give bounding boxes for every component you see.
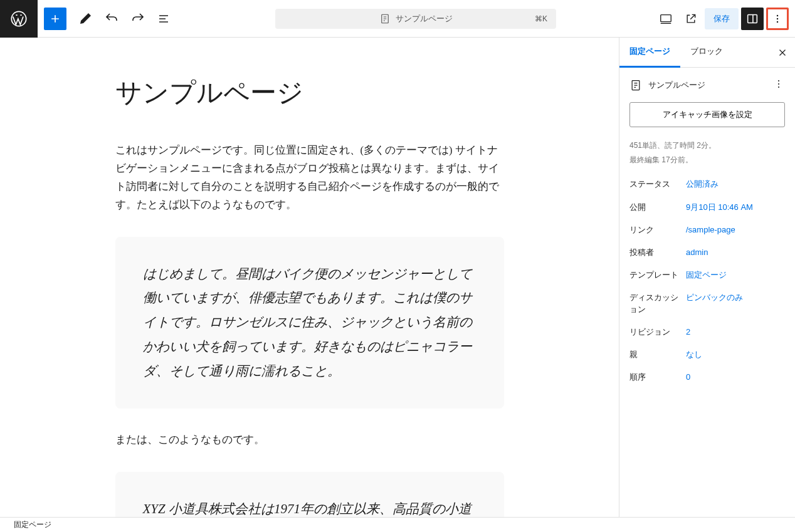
list-icon xyxy=(157,11,172,26)
word-count-text: 451単語、読了時間 2分。 xyxy=(629,140,785,152)
more-vertical-icon xyxy=(772,78,785,90)
tab-block[interactable]: ブロック xyxy=(680,38,733,68)
redo-icon xyxy=(130,11,145,26)
tab-page[interactable]: 固定ページ xyxy=(619,38,680,68)
page-icon xyxy=(379,13,391,24)
document-title: サンプルページ xyxy=(396,13,453,24)
editor-canvas[interactable]: サンプルページ これはサンプルページです。同じ位置に固定され、(多くのテーマでは… xyxy=(0,38,619,517)
external-link-button[interactable] xyxy=(680,8,702,30)
svg-point-6 xyxy=(777,21,779,23)
more-vertical-icon xyxy=(771,13,784,25)
undo-button[interactable] xyxy=(100,8,123,30)
editor-footer: 固定ページ xyxy=(0,517,795,532)
setting-parent: 親なし xyxy=(629,349,785,360)
breadcrumb[interactable]: 固定ページ xyxy=(14,519,51,530)
wordpress-icon xyxy=(10,10,28,28)
page-actions-button[interactable] xyxy=(772,78,785,92)
paragraph-block[interactable]: または、このようなものです。 xyxy=(115,431,504,449)
external-link-icon xyxy=(685,13,697,25)
svg-point-5 xyxy=(777,18,779,19)
plus-icon xyxy=(49,13,61,25)
setting-template: テンプレート固定ページ xyxy=(629,269,785,281)
quote-block[interactable]: XYZ 小道具株式会社は1971年の創立以来、高品質の小道具を皆様にご提供させて… xyxy=(115,472,504,517)
desktop-icon xyxy=(659,12,673,26)
svg-point-4 xyxy=(777,14,779,16)
paragraph-block[interactable]: これはサンプルページです。同じ位置に固定され、(多くのテーマでは) サイトナビゲ… xyxy=(115,142,504,214)
document-title-bar[interactable]: サンプルページ ⌘K xyxy=(275,9,556,29)
svg-point-8 xyxy=(778,80,779,81)
close-sidebar-button[interactable] xyxy=(775,45,790,60)
quote-block[interactable]: はじめまして。昼間はバイク便のメッセンジャーとして働いていますが、俳優志望でもあ… xyxy=(115,237,504,409)
setting-revisions: リビジョン2 xyxy=(629,326,785,338)
setting-order: 順序0 xyxy=(629,372,785,383)
setting-status: ステータス公開済み xyxy=(629,179,785,190)
svg-point-9 xyxy=(778,83,779,85)
page-title[interactable]: サンプルページ xyxy=(115,75,504,110)
close-icon xyxy=(777,47,788,58)
set-featured-image-button[interactable]: アイキャッチ画像を設定 xyxy=(629,102,785,127)
page-settings-list: ステータス公開済み 公開9月10日 10:46 AM リンク/sample-pa… xyxy=(629,179,785,383)
add-block-button[interactable] xyxy=(44,8,66,30)
tools-button[interactable] xyxy=(74,8,97,30)
view-button[interactable] xyxy=(655,8,677,30)
page-icon xyxy=(629,79,642,91)
svg-rect-3 xyxy=(748,14,757,23)
setting-author: 投稿者admin xyxy=(629,247,785,258)
sidebar-page-name: サンプルページ xyxy=(648,80,705,91)
pencil-icon xyxy=(78,11,93,26)
sidebar-icon xyxy=(745,12,759,26)
save-button[interactable]: 保存 xyxy=(705,8,739,29)
settings-sidebar: 固定ページ ブロック サンプルページ アイキャッチ画像を設定 451単語、読了時… xyxy=(619,38,795,517)
setting-publish: 公開9月10日 10:46 AM xyxy=(629,202,785,213)
editor-toolbar: サンプルページ ⌘K 保存 xyxy=(0,0,795,38)
page-summary-row: サンプルページ xyxy=(629,78,785,92)
redo-button[interactable] xyxy=(127,8,149,30)
svg-rect-2 xyxy=(661,14,671,21)
keyboard-shortcut: ⌘K xyxy=(535,14,547,23)
document-overview-button[interactable] xyxy=(153,8,176,30)
setting-link: リンク/sample-page xyxy=(629,224,785,236)
undo-icon xyxy=(104,11,119,26)
wordpress-logo[interactable] xyxy=(0,0,38,38)
last-edit-text: 最終編集 17分前。 xyxy=(629,154,785,166)
settings-sidebar-toggle[interactable] xyxy=(741,8,764,30)
setting-discussion: ディスカッションピンバックのみ xyxy=(629,292,785,315)
svg-point-10 xyxy=(778,86,779,88)
options-button[interactable] xyxy=(766,8,789,30)
sidebar-tabs: 固定ページ ブロック xyxy=(619,38,795,68)
